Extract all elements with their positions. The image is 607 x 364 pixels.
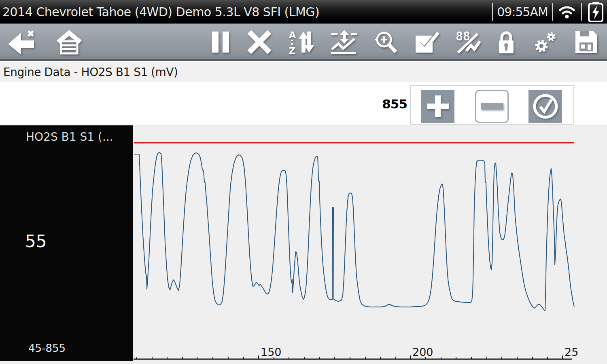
exit-back-arrow-icon [7, 30, 38, 55]
page-title: Engine Data - HO2S B1 S1 (mV) [0, 62, 607, 82]
gears-icon [532, 30, 558, 54]
clock: 09:55AM [495, 5, 550, 19]
save-floppy-icon [574, 30, 598, 54]
scale-confirm-button[interactable] [528, 90, 562, 123]
svg-text:88: 88 [456, 30, 470, 43]
parameter-value: 55 [25, 231, 47, 251]
pause-icon [210, 31, 231, 53]
parameter-range: 45-855 [28, 342, 66, 354]
parameter-panel[interactable]: HO2S B1 S1 (... 55 45-855 [0, 125, 133, 361]
scale-decrease-button[interactable] [475, 90, 509, 123]
x-tick-label: 200 [412, 346, 433, 358]
clear-button[interactable] [247, 30, 272, 54]
zoom-button[interactable] [374, 30, 398, 54]
graph-scale-icon [330, 30, 358, 54]
zoom-plus-icon [374, 30, 398, 54]
wifi-icon [558, 4, 575, 19]
toolbar-left-group [0, 29, 83, 55]
scale-value: 855 [376, 97, 407, 111]
x-tick-label: 25 [565, 346, 578, 358]
lock-icon [497, 30, 516, 54]
clear-x-icon [247, 30, 272, 54]
pause-button[interactable] [210, 31, 231, 53]
plus-icon [426, 95, 450, 118]
graph-scale-button[interactable] [330, 30, 358, 54]
status-group: 09:55AM [490, 0, 607, 23]
title-bar: 2014 Chevrolet Tahoe (4WD) Demo 5.3L V8 … [0, 0, 607, 24]
pid-display-icon: 88 [456, 30, 481, 54]
waveform-trace [134, 152, 574, 311]
garage-home-icon [56, 29, 83, 55]
battery-charging-icon [588, 2, 604, 22]
confirm-check-icon [532, 93, 559, 120]
vehicle-title: 2014 Chevrolet Tahoe (4WD) Demo 5.3L V8 … [0, 5, 490, 19]
svg-text:A: A [289, 30, 296, 40]
save-button[interactable] [574, 30, 598, 54]
parameter-name: HO2S B1 S1 (... [26, 130, 113, 144]
scale-control-row: 855 [0, 82, 607, 125]
scale-increase-button[interactable] [421, 90, 454, 123]
scale-button-panel [410, 85, 574, 125]
settings-button[interactable] [532, 30, 558, 54]
separator [492, 3, 493, 21]
sort-button[interactable]: A Z [288, 30, 314, 54]
select-check-icon [414, 30, 439, 54]
pid-view-button[interactable]: 88 [456, 30, 481, 54]
separator [552, 3, 553, 21]
separator [581, 3, 582, 21]
svg-text:Z: Z [289, 46, 295, 54]
toolbar-right-group: A Z [210, 30, 607, 54]
toolbar: A Z [0, 24, 607, 61]
lock-button[interactable] [497, 30, 516, 54]
select-button[interactable] [414, 30, 439, 54]
minus-icon [481, 103, 503, 110]
x-tick-label: 150 [261, 346, 282, 358]
sort-az-icon: A Z [288, 30, 314, 54]
exit-button[interactable] [7, 30, 38, 55]
home-button[interactable] [56, 29, 83, 55]
graph-area[interactable]: 15020025 HO2S B1 S1 (... 55 45-855 [0, 125, 607, 364]
scanner-screen: 2014 Chevrolet Tahoe (4WD) Demo 5.3L V8 … [0, 0, 607, 364]
